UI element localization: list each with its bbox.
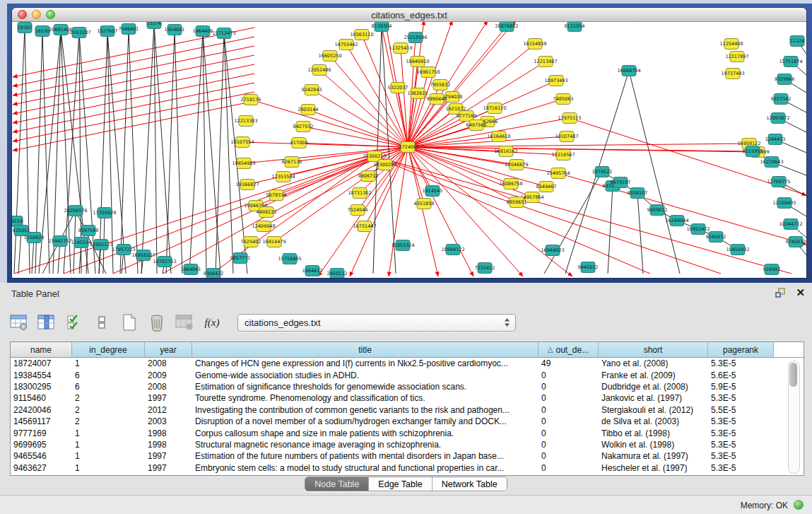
table-cell[interactable]: 5.3E-5 — [708, 440, 774, 450]
network-node[interactable]: 8267130 — [282, 157, 302, 168]
table-cell[interactable]: 0 — [539, 463, 599, 473]
table-cell[interactable]: 18724007 — [11, 358, 72, 368]
network-node[interactable]: 16249044 — [665, 216, 688, 226]
delete-trash-icon[interactable] — [146, 312, 167, 333]
network-node[interactable]: 15712473 — [212, 28, 235, 39]
table-cell[interactable]: 1998 — [145, 428, 192, 438]
table-cell[interactable]: Investigating the contribution of common… — [192, 405, 539, 415]
network-node[interactable]: 2450112 — [327, 269, 348, 279]
table-cell[interactable]: 2 — [72, 405, 145, 415]
table-cell[interactable]: 0 — [539, 428, 599, 438]
network-node[interactable]: 12213987 — [534, 57, 557, 67]
node-table[interactable]: namein_degreeyeartitle△out_de...shortpag… — [10, 341, 804, 476]
table-cell[interactable]: Estimation of significance thresholds fo… — [192, 382, 539, 392]
table-cell[interactable]: Tourette syndrome. Phenomenology and cla… — [192, 393, 539, 403]
table-cell[interactable]: 1 — [72, 440, 145, 450]
column-header-pagerank[interactable]: pagerank — [708, 342, 774, 357]
import-table-icon[interactable] — [174, 312, 195, 333]
table-cell[interactable]: 9463627 — [11, 463, 72, 473]
table-cell[interactable]: 19384554 — [11, 370, 72, 380]
table-cell[interactable]: Stergiakouli et al. (2012) — [599, 405, 708, 415]
column-header-title[interactable]: title — [192, 342, 539, 357]
network-node[interactable]: 5322037 — [388, 83, 408, 93]
network-node[interactable]: 6497568 — [466, 120, 487, 131]
table-cell[interactable]: 2 — [72, 416, 145, 426]
network-node[interactable]: 8130304 — [372, 22, 392, 32]
network-node[interactable]: 9329966 — [775, 74, 795, 85]
new-column-icon[interactable] — [119, 312, 140, 333]
float-panel-icon[interactable] — [775, 288, 786, 298]
network-node[interactable]: 1864041 — [181, 264, 201, 275]
network-node[interactable]: 16816162 — [494, 146, 517, 157]
network-node[interactable]: 16605250 — [318, 51, 341, 62]
table-cell[interactable]: 6 — [72, 370, 145, 380]
network-node[interactable]: 917004 — [290, 138, 308, 148]
table-row[interactable]: 1872400712008Changes of HCN gene express… — [11, 358, 804, 369]
network-node[interactable]: 1954061 — [165, 25, 185, 35]
network-node[interactable]: 9306412 — [204, 269, 224, 279]
table-settings-icon[interactable] — [8, 312, 30, 333]
network-canvas[interactable]: 1872400727181761221338318107554196549851… — [12, 22, 806, 278]
network-node[interactable]: 7625402 — [241, 237, 261, 247]
network-node[interactable]: 7232412 — [475, 263, 495, 274]
table-cell[interactable]: 9115460 — [11, 393, 72, 403]
table-cell[interactable]: 1 — [72, 463, 145, 473]
network-node[interactable]: 9745033 — [786, 237, 806, 247]
table-row[interactable]: 946554611997Estimation of the future num… — [11, 450, 804, 462]
network-node[interactable]: 15495764 — [546, 168, 570, 179]
network-node[interactable]: 7524544 — [348, 205, 368, 216]
network-graph[interactable]: 1872400727181761221338318107554196549851… — [12, 22, 806, 278]
network-node[interactable]: 9990448 — [427, 94, 447, 105]
selection-mode-icon[interactable] — [64, 312, 85, 333]
network-node[interactable]: 9397588 — [78, 226, 99, 236]
table-cell[interactable]: Corpus callosum shape and size in male p… — [192, 428, 539, 438]
tab-node-table[interactable]: Node Table — [305, 477, 369, 491]
column-header-name[interactable]: name — [11, 342, 72, 357]
network-node[interactable]: 17975115 — [558, 113, 581, 124]
network-node[interactable]: 22046679 — [505, 160, 528, 170]
column-header-in-degree[interactable]: in_degree — [72, 342, 145, 357]
network-node[interactable]: 9445012 — [578, 262, 599, 273]
table-cell[interactable]: 1998 — [145, 440, 192, 450]
table-cell[interactable]: 1 — [72, 428, 145, 438]
table-cell[interactable]: 5.3E-5 — [708, 358, 774, 368]
table-cell[interactable]: Franke et al. (2009) — [599, 370, 708, 380]
table-cell[interactable]: 5.3E-5 — [708, 428, 774, 438]
network-node[interactable]: 14755442 — [334, 40, 358, 50]
network-node[interactable]: 9459012 — [647, 205, 668, 216]
table-cell[interactable]: 0 — [539, 382, 599, 392]
network-window-titlebar[interactable]: citations_edges.txt — [12, 8, 806, 22]
table-row[interactable]: 1456911722003Disruption of a novel membe… — [11, 416, 804, 427]
table-row[interactable]: 977716911998Corpus callosum shape and si… — [11, 427, 804, 438]
network-node[interactable]: 9227342 — [771, 94, 792, 105]
table-row[interactable]: 1938455462009Genome-wide association stu… — [11, 369, 804, 380]
table-cell[interactable]: Disruption of a novel member of a sodium… — [192, 416, 539, 426]
network-node[interactable]: 8859651 — [507, 197, 527, 208]
table-cell[interactable]: 14569117 — [11, 416, 72, 426]
scrollbar-thumb[interactable] — [789, 363, 797, 387]
network-node[interactable]: 8215958 — [743, 146, 763, 157]
network-node[interactable]: 11325419 — [389, 43, 412, 54]
network-node[interactable]: 18640910 — [406, 57, 429, 67]
table-row[interactable]: 946362711997Embryonic stem cells: a mode… — [11, 462, 804, 474]
table-cell[interactable]: Genome-wide association studies in ADHD. — [192, 370, 539, 380]
network-node[interactable]: 9679197 — [611, 177, 631, 188]
table-cell[interactable]: 0 — [539, 370, 599, 380]
row-height-icon[interactable] — [91, 312, 112, 333]
tab-edge-table[interactable]: Edge Table — [369, 477, 432, 491]
table-cell[interactable]: Tibbo et al. (1998) — [599, 428, 708, 438]
table-cell[interactable]: 9777169 — [11, 428, 72, 438]
network-node[interactable]: 1145194 — [71, 238, 92, 248]
tab-network-table[interactable]: Network Table — [433, 477, 507, 491]
network-node[interactable]: 1094412 — [302, 266, 323, 276]
table-cell[interactable]: Hescheler et al. (1997) — [599, 463, 708, 473]
table-cell[interactable]: Jankovic et al. (1997) — [599, 393, 708, 403]
column-visibility-icon[interactable] — [36, 312, 57, 333]
network-node[interactable]: 16086758 — [499, 179, 522, 189]
network-node[interactable]: 10563110 — [350, 30, 373, 40]
table-cell[interactable]: 2008 — [145, 382, 192, 392]
table-cell[interactable]: Embryonic stem cells: a model to study s… — [192, 463, 539, 473]
table-row[interactable]: 1830029562008Estimation of significance … — [11, 381, 804, 392]
table-cell[interactable]: 0 — [539, 405, 599, 415]
table-cell[interactable]: 22420046 — [11, 405, 72, 415]
